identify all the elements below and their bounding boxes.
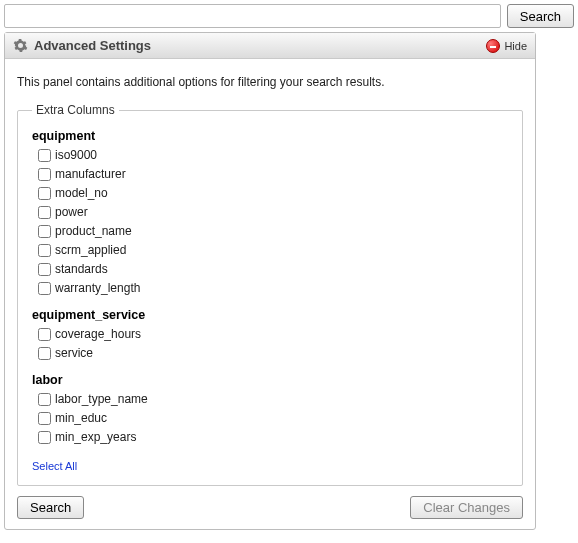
checkbox-label: service (55, 345, 93, 361)
checkbox-manufacturer[interactable] (38, 168, 51, 181)
checkbox-model-no[interactable] (38, 187, 51, 200)
checkbox-label: model_no (55, 185, 108, 201)
top-search-row: Search (4, 4, 574, 28)
checkbox-labor-type-name[interactable] (38, 393, 51, 406)
panel-footer: Search Clear Changes (17, 496, 523, 519)
checkbox-power[interactable] (38, 206, 51, 219)
search-input[interactable] (4, 4, 501, 28)
gear-icon (13, 38, 28, 53)
search-button-top[interactable]: Search (507, 4, 574, 28)
checkbox-label: labor_type_name (55, 391, 148, 407)
checkbox-coverage-hours[interactable] (38, 328, 51, 341)
checkbox-row: product_name (38, 223, 508, 239)
checkbox-label: min_exp_years (55, 429, 136, 445)
group-title-equipment: equipment (32, 129, 508, 143)
checkbox-row: coverage_hours (38, 326, 508, 342)
checkbox-row: min_exp_years (38, 429, 508, 445)
clear-changes-button[interactable]: Clear Changes (410, 496, 523, 519)
select-all-link[interactable]: Select All (32, 460, 77, 472)
panel-title: Advanced Settings (34, 38, 486, 53)
checkbox-label: power (55, 204, 88, 220)
checkbox-label: warranty_length (55, 280, 140, 296)
checkbox-label: iso9000 (55, 147, 97, 163)
checkbox-warranty-length[interactable] (38, 282, 51, 295)
group-title-equipment-service: equipment_service (32, 308, 508, 322)
panel-description: This panel contains additional options f… (17, 75, 523, 89)
checkbox-label: scrm_applied (55, 242, 126, 258)
checkbox-label: manufacturer (55, 166, 126, 182)
checkbox-min-educ[interactable] (38, 412, 51, 425)
checkbox-label: min_educ (55, 410, 107, 426)
panel-header: Advanced Settings Hide (5, 33, 535, 59)
checkbox-service[interactable] (38, 347, 51, 360)
checkbox-row: service (38, 345, 508, 361)
checkbox-product-name[interactable] (38, 225, 51, 238)
checkbox-row: scrm_applied (38, 242, 508, 258)
checkbox-row: model_no (38, 185, 508, 201)
checkbox-standards[interactable] (38, 263, 51, 276)
fieldset-legend: Extra Columns (32, 103, 119, 117)
hide-toggle[interactable]: Hide (486, 39, 527, 53)
checkbox-row: labor_type_name (38, 391, 508, 407)
checkbox-label: product_name (55, 223, 132, 239)
advanced-settings-panel: Advanced Settings Hide This panel contai… (4, 32, 536, 530)
checkbox-row: min_educ (38, 410, 508, 426)
group-title-labor: labor (32, 373, 508, 387)
minus-icon (486, 39, 500, 53)
hide-label: Hide (504, 40, 527, 52)
checkbox-row: warranty_length (38, 280, 508, 296)
search-button-bottom[interactable]: Search (17, 496, 84, 519)
checkbox-row: manufacturer (38, 166, 508, 182)
checkbox-row: power (38, 204, 508, 220)
checkbox-label: standards (55, 261, 108, 277)
checkbox-row: iso9000 (38, 147, 508, 163)
checkbox-iso9000[interactable] (38, 149, 51, 162)
checkbox-label: coverage_hours (55, 326, 141, 342)
checkbox-row: standards (38, 261, 508, 277)
checkbox-min-exp-years[interactable] (38, 431, 51, 444)
extra-columns-fieldset: Extra Columns equipment iso9000 manufact… (17, 103, 523, 486)
panel-body: This panel contains additional options f… (5, 59, 535, 529)
checkbox-scrm-applied[interactable] (38, 244, 51, 257)
